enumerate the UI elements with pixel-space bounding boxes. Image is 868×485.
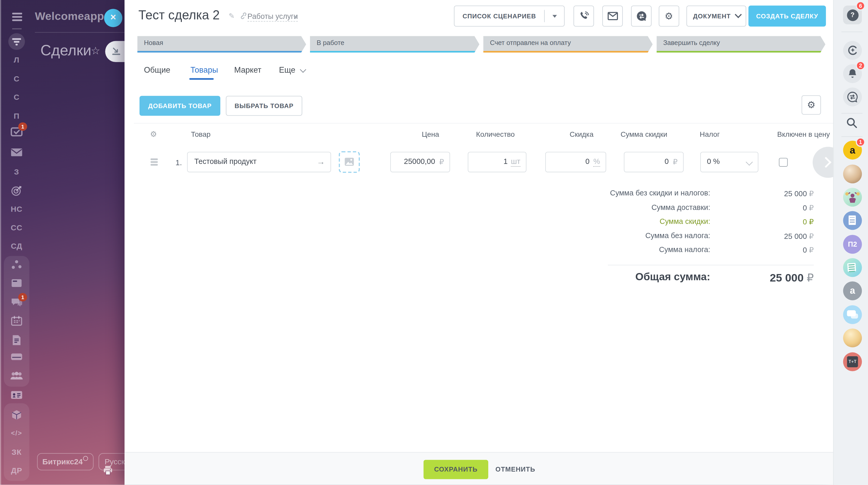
sidebar-item-drive[interactable] <box>0 350 33 365</box>
sidebar-item[interactable]: П <box>0 109 33 123</box>
scenario-list-button[interactable]: СПИСОК СЦЕНАРИЕВ <box>454 5 565 26</box>
help-badge: 6 <box>856 1 865 10</box>
sidebar-item[interactable]: С <box>0 72 33 86</box>
sidebar-item[interactable]: ДР <box>0 463 33 478</box>
document-button[interactable]: ДОКУМЕНТ <box>686 5 746 26</box>
sidebar-item-documents[interactable] <box>0 333 33 347</box>
stage-new[interactable]: Новая <box>137 36 306 53</box>
deal-category-link[interactable]: Работы услуги <box>247 12 298 22</box>
sidebar-item-market[interactable] <box>0 407 33 422</box>
sidebar-item-employees[interactable] <box>0 369 33 383</box>
sidebar-item[interactable]: Л <box>0 53 33 67</box>
tab-general[interactable]: Общие <box>144 65 170 74</box>
product-image-placeholder[interactable] <box>339 151 360 173</box>
tax-included-checkbox[interactable] <box>779 158 788 167</box>
row-index: 1. <box>176 158 182 167</box>
sidebar-item-sites[interactable] <box>0 276 33 291</box>
chat-avatar-group[interactable] <box>843 165 862 183</box>
discount-unit-selector[interactable]: % <box>593 158 600 167</box>
chat-transfer-icon <box>847 91 858 103</box>
cancel-button[interactable]: ОТМЕНИТЬ <box>495 465 535 473</box>
sidebar-item[interactable]: СС <box>0 221 33 235</box>
quantity-input[interactable]: 1 шт <box>468 152 526 172</box>
chat-avatar-fitness[interactable] <box>843 188 862 206</box>
column-header-discount: Скидка <box>570 130 593 139</box>
open-lines-button[interactable] <box>843 88 862 107</box>
sidebar-item[interactable]: З <box>0 165 33 179</box>
open-product-arrow-icon[interactable]: → <box>317 157 325 166</box>
sidebar-item[interactable]: НС <box>0 202 33 216</box>
select-product-button[interactable]: ВЫБРАТЬ ТОВАР <box>226 96 302 116</box>
summary-row: Сумма без скидки и налогов:25 000 ₽ <box>608 189 814 203</box>
settings-button[interactable]: ⚙ <box>659 5 679 26</box>
sidebar-item[interactable]: СД <box>0 239 33 253</box>
stage-invoice-sent[interactable]: Счет отправлен на оплату <box>483 36 653 53</box>
printer-icon[interactable] <box>103 465 113 478</box>
chat-bubble-icon <box>851 314 858 318</box>
chat-avatar-p2[interactable]: П2 <box>843 235 862 254</box>
divider <box>35 32 125 33</box>
summary-total: Общая сумма: 25 000 ₽ <box>608 271 814 284</box>
favorite-star-icon[interactable]: ☆ <box>91 44 100 57</box>
save-button[interactable]: СОХРАНИТЬ <box>424 460 488 479</box>
columns-gear-icon[interactable]: ⚙ <box>150 130 157 138</box>
app-logo[interactable]: Welcomeapp <box>35 10 104 23</box>
chevron-down-icon <box>735 11 742 18</box>
add-product-button[interactable]: ДОБАВИТЬ ТОВАР <box>140 96 220 116</box>
sidebar-item-hub[interactable] <box>0 257 33 272</box>
menu-hamburger-icon[interactable] <box>12 13 22 23</box>
table-settings-button[interactable]: ⚙ <box>802 95 821 115</box>
chat-avatar-support[interactable] <box>843 305 862 324</box>
calendar-icon <box>11 316 22 326</box>
email-button[interactable] <box>602 5 623 26</box>
chat-avatar-news[interactable] <box>843 258 862 277</box>
sidebar-item-mail[interactable] <box>0 146 33 160</box>
help-button[interactable]: ? 6 <box>843 5 862 24</box>
chevron-down-icon[interactable] <box>293 16 298 19</box>
sidebar-item-contacts[interactable] <box>0 388 33 403</box>
sidebar-item[interactable]: С <box>0 90 33 104</box>
open-channel-button[interactable] <box>631 5 652 26</box>
summary-row: Сумма без налога:25 000 ₽ <box>608 231 814 246</box>
sidebar-item-developer[interactable]: </> <box>0 426 33 440</box>
row-drag-handle[interactable] <box>151 159 158 167</box>
right-rail: ? 6 2 <box>833 0 868 485</box>
sidebar-item-tasks[interactable]: 1 <box>0 124 33 139</box>
tab-products[interactable]: Товары <box>190 65 218 74</box>
discount-input[interactable]: 0 % <box>545 152 606 172</box>
chat-avatar-assistant[interactable] <box>843 329 862 347</box>
create-deal-button[interactable]: СОЗДАТЬ СДЕЛКУ <box>748 5 826 26</box>
collapse-panel-button[interactable] <box>105 41 125 62</box>
product-name-input[interactable]: Тестовый продукт → <box>187 152 331 172</box>
quantity-unit-selector[interactable]: шт <box>511 158 520 167</box>
summary-row-discount: Сумма скидки:0 ₽ <box>608 217 814 231</box>
deal-title: Тест сделка 2 <box>138 8 220 23</box>
question-icon: ? <box>847 9 859 21</box>
tab-market[interactable]: Маркет <box>234 65 261 74</box>
stage-in-progress[interactable]: В работе <box>310 36 479 53</box>
stage-close-deal[interactable]: Завершить сделку <box>656 36 826 53</box>
edit-pencil-icon[interactable]: ✎ <box>228 11 235 20</box>
tax-select[interactable]: 0 % <box>700 152 758 172</box>
filter-funnel-icon[interactable] <box>8 33 25 50</box>
bitrix24-logo[interactable]: Битрикс24 <box>37 453 94 470</box>
call-button[interactable] <box>574 5 594 26</box>
chevron-down-icon[interactable] <box>553 15 557 18</box>
sidebar-item-crm-target[interactable] <box>0 183 33 197</box>
link-icon[interactable] <box>239 11 247 22</box>
chat-avatar-documents[interactable] <box>843 211 862 230</box>
chat-avatar-tt[interactable]: Т+Т <box>843 352 862 371</box>
copilot-button[interactable] <box>843 41 862 60</box>
search-button[interactable] <box>846 117 858 131</box>
notifications-button[interactable]: 2 <box>843 64 862 83</box>
close-panel-button[interactable]: × <box>104 9 122 27</box>
price-input[interactable]: 25000,00 ₽ <box>390 152 450 172</box>
sidebar-item-chats[interactable]: 1 <box>0 295 33 310</box>
sidebar-item[interactable]: ЗК <box>0 445 33 459</box>
discount-sum-input[interactable]: 0 ₽ <box>624 152 684 172</box>
sidebar-item-calendar[interactable] <box>0 314 33 328</box>
scroll-columns-right-button[interactable] <box>813 147 833 178</box>
chat-avatar-bitrix[interactable]: а <box>843 282 862 301</box>
column-header-product: Товар <box>191 130 211 139</box>
tab-more[interactable]: Еще <box>279 65 304 74</box>
